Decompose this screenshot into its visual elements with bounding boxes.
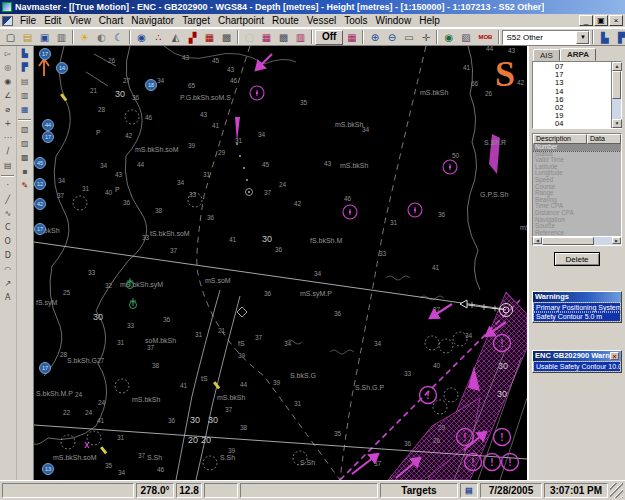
mdi-restore-button[interactable]: ▣ (594, 15, 608, 26)
alarm-icon[interactable]: ▦ (201, 30, 218, 45)
warning-item[interactable]: Safety Contour 5.0 m (534, 312, 620, 321)
scroll-right-icon[interactable]: ▶ (612, 237, 621, 244)
scale-down-icon[interactable]: ▥ (17, 89, 32, 103)
target-list-scrollbar[interactable]: ▲ ▼ (611, 62, 621, 128)
target-icon[interactable]: ◭ (167, 30, 184, 45)
menu-edit[interactable]: Edit (40, 15, 65, 26)
menu-help[interactable]: Help (415, 15, 444, 26)
ellipse-tool-icon[interactable]: O (0, 235, 15, 249)
chart-usage-icon[interactable]: ▩ (275, 30, 292, 45)
menu-chart[interactable]: Chart (95, 15, 127, 26)
radar-overlay-off-button[interactable]: Off (315, 30, 343, 45)
h-scrollbar-thumb[interactable] (542, 237, 594, 245)
zoom-in-icon[interactable]: ⊕ (366, 30, 383, 45)
scroll-left-icon[interactable]: ◀ (533, 237, 542, 244)
target-list-item[interactable]: 02 (533, 104, 611, 112)
range-rings-icon[interactable]: ◉ (0, 75, 15, 89)
fit-screen-icon[interactable]: ▭ (400, 30, 417, 45)
arc-tool-icon[interactable]: ◠ (0, 263, 15, 277)
mdi-close-button[interactable]: × (609, 15, 623, 26)
chart-layers-icon[interactable]: ▦ (343, 30, 360, 45)
world-icon[interactable]: ◉ (440, 30, 457, 45)
pan-icon[interactable]: ✛ (417, 30, 434, 45)
curve-tool-icon[interactable]: ∿ (0, 207, 15, 221)
target-list[interactable]: 0717131416021904 (533, 62, 611, 128)
overview-icon[interactable]: ▧ (457, 30, 474, 45)
close-icon[interactable]: × (610, 352, 619, 360)
tab-ais[interactable]: AIS (533, 49, 560, 61)
chart-auto-icon[interactable]: ▦ (17, 103, 32, 117)
chart-edit-icon[interactable]: ✎ (17, 179, 32, 193)
log-icon[interactable]: ▩ (218, 30, 235, 45)
menu-navigator[interactable]: Navigator (127, 15, 178, 26)
column-description[interactable]: Description (533, 134, 587, 144)
save-icon[interactable]: ▣ (36, 30, 53, 45)
target-list-item[interactable]: 17 (533, 71, 611, 79)
open-icon[interactable]: ▤ (19, 30, 36, 45)
display-palette-select[interactable]: S52 Other▼ (502, 30, 590, 45)
menu-target[interactable]: Target (178, 15, 214, 26)
target-list-item[interactable]: 04 (533, 120, 611, 128)
table-h-scrollbar[interactable]: ◀ ▶ (532, 237, 622, 246)
chart-boundaries-icon[interactable]: ▢ (241, 30, 258, 45)
night-palette-icon[interactable]: ☾ (110, 30, 127, 45)
chart-query-icon[interactable]: ▩ (17, 151, 32, 165)
trails-icon[interactable]: ▞ (184, 30, 201, 45)
target-list-item[interactable]: 14 (533, 88, 611, 96)
scrollbar-thumb[interactable] (612, 71, 621, 99)
position-icon[interactable]: ◉ (133, 30, 150, 45)
new-icon[interactable]: ▢ (2, 30, 19, 45)
route-plan-icon[interactable]: ▛ (613, 30, 625, 45)
day-palette-icon[interactable]: ☀ (76, 30, 93, 45)
enc-chart[interactable]: 2627344345434665362821434146423929313444… (34, 46, 527, 480)
scale-up-icon[interactable]: ▤ (17, 75, 32, 89)
warning-item[interactable]: Usable Safety Contour 10.0 m (534, 362, 620, 371)
track-history-icon[interactable]: ⋯ (0, 131, 15, 145)
delete-button[interactable]: Delete (554, 252, 600, 266)
menu-route[interactable]: Route (268, 15, 303, 26)
target-data-table[interactable]: Description Data NumberStatusValid TimeL… (532, 133, 622, 237)
resize-grip[interactable] (610, 483, 623, 498)
target-list-item[interactable]: 13 (533, 79, 611, 87)
chart-info-icon[interactable]: ▨ (17, 137, 32, 151)
dusk-palette-icon[interactable]: ◐ (93, 30, 110, 45)
menu-vessel[interactable]: Vessel (303, 15, 340, 26)
menu-file[interactable]: File (16, 15, 40, 26)
target-list-item[interactable]: 16 (533, 96, 611, 104)
column-data[interactable]: Data (587, 134, 621, 144)
print-icon[interactable]: ▥ (53, 30, 70, 45)
chart-cells-icon[interactable]: ▥ (292, 30, 309, 45)
scroll-up-icon[interactable]: ▲ (612, 62, 622, 71)
chart-window-icon[interactable] (2, 16, 13, 26)
event-mark-icon[interactable]: + (0, 117, 15, 131)
route-monitor-icon[interactable]: ▙ (596, 30, 613, 45)
mdi-minimize-button[interactable]: _ (579, 15, 593, 26)
notes-icon[interactable]: ▤ (0, 159, 15, 173)
ais-icon[interactable]: ∴ (150, 30, 167, 45)
dot-tool-icon[interactable]: · (0, 179, 15, 193)
warning-item[interactable]: Primary Positioning System datum (534, 303, 620, 312)
target-list-item[interactable]: 07 (533, 63, 611, 71)
chevron-down-icon[interactable]: ▼ (576, 31, 589, 44)
title-bar[interactable]: Navmaster - [[True Motion] - ENC - GB202… (0, 0, 625, 14)
mob-button[interactable]: MOB (474, 30, 496, 45)
chart-quilt-icon[interactable]: ▦ (258, 30, 275, 45)
select-cursor-icon[interactable]: ▻ (0, 47, 15, 61)
menu-window[interactable]: Window (372, 15, 416, 26)
table-row[interactable]: Reference (533, 230, 621, 236)
warnings-title-bar[interactable]: Warnings (533, 292, 621, 302)
text-tool-icon[interactable]: A (0, 291, 15, 305)
menu-view[interactable]: View (65, 15, 95, 26)
vrm-icon[interactable]: ⌀ (0, 103, 15, 117)
ruler-icon[interactable]: / (0, 145, 15, 159)
chart-area[interactable]: 2627344345434665362821434146423929313444… (34, 46, 527, 480)
zoom-out-icon[interactable]: ⊖ (383, 30, 400, 45)
tab-arpa[interactable]: ARPA (560, 48, 596, 61)
chart-point-icon[interactable]: ▪ (17, 165, 32, 179)
chart-grid-icon[interactable]: ▧ (17, 123, 32, 137)
center-vessel-icon[interactable]: ◎ (0, 61, 15, 75)
circle-tool-icon[interactable]: C (0, 221, 15, 235)
line-tool-icon[interactable]: ╱ (0, 193, 15, 207)
area-tool-icon[interactable]: D (0, 249, 15, 263)
menu-tools[interactable]: Tools (340, 15, 371, 26)
